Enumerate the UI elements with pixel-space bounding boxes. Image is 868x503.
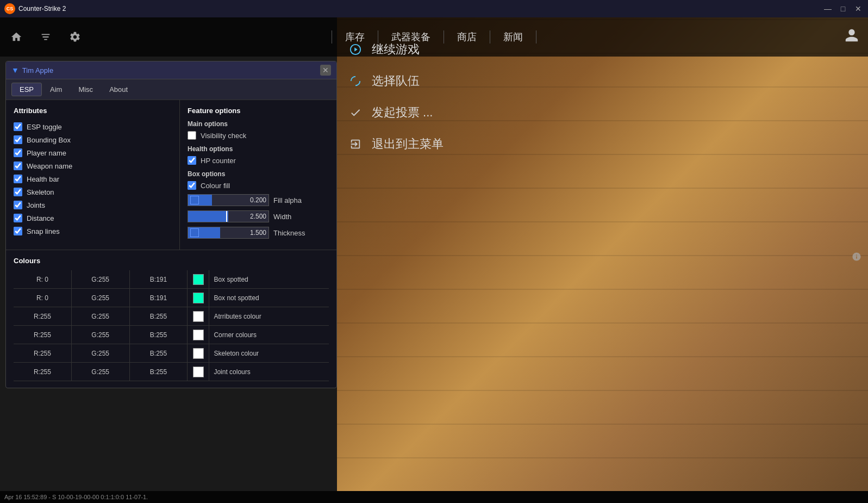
fill-alpha-value: 0.200: [250, 196, 266, 204]
attributes-column: Attributes ESP toggle Bounding Box Playe…: [6, 100, 180, 250]
colour-fill-checkbox[interactable]: [188, 181, 196, 190]
width-value: 2.500: [250, 213, 266, 220]
colour-swatch[interactable]: [193, 348, 204, 359]
panel-title-text: Tim Apple: [22, 66, 53, 74]
player-name-item: Player name: [14, 146, 172, 159]
panel-close-button[interactable]: ✕: [320, 65, 331, 76]
colour-row: R:255 G:255 B:255 Skeleton colour: [14, 344, 329, 363]
thickness-thumb: [190, 228, 199, 237]
thickness-track[interactable]: 1.500: [188, 227, 269, 239]
snap-lines-label: Snap lines: [27, 227, 60, 235]
vote-label: 发起投票 ...: [372, 104, 433, 121]
esp-toggle-item: ESP toggle: [14, 120, 172, 133]
width-track[interactable]: 2.500: [188, 210, 269, 222]
visibility-checkbox[interactable]: [188, 131, 196, 140]
health-bar-checkbox[interactable]: [14, 175, 22, 183]
colour-swatch-cell[interactable]: [188, 326, 209, 344]
colour-r: R:255: [14, 344, 72, 362]
joints-item: Joints: [14, 198, 172, 212]
colour-r: R:255: [14, 307, 72, 325]
colour-b: B:255: [130, 363, 188, 381]
visibility-label: Visibility check: [201, 132, 246, 140]
weapon-name-checkbox[interactable]: [14, 162, 22, 170]
feature-title: Feature options: [188, 107, 329, 115]
menu-exit[interactable]: 退出到主菜单: [337, 128, 500, 160]
player-name-label: Player name: [27, 149, 66, 157]
colour-swatch-cell[interactable]: [188, 289, 209, 307]
tab-esp[interactable]: ESP: [11, 83, 42, 96]
colour-fill-label: Colour fill: [201, 182, 230, 190]
colour-name: Joint colours: [209, 363, 329, 381]
fill-alpha-label: Fill alpha: [273, 196, 306, 204]
bounding-box-checkbox[interactable]: [14, 135, 22, 144]
hp-counter-checkbox[interactable]: [188, 156, 196, 165]
colour-swatch-cell[interactable]: [188, 344, 209, 362]
hack-panel-header: ▼ Tim Apple ✕: [6, 61, 336, 79]
menu-team[interactable]: 选择队伍: [337, 65, 500, 97]
maximize-button[interactable]: □: [838, 3, 848, 14]
colour-g: G:255: [72, 307, 130, 325]
tab-aim[interactable]: Aim: [42, 83, 70, 96]
joints-label: Joints: [27, 201, 45, 209]
snap-lines-item: Snap lines: [14, 225, 172, 238]
colour-swatch[interactable]: [193, 330, 204, 340]
colour-swatch-cell[interactable]: [188, 363, 209, 381]
inventory-icon[interactable]: [36, 27, 55, 47]
colour-name: Skeleton colour: [209, 344, 329, 362]
colour-name: Box not spotted: [209, 289, 329, 307]
colour-b: B:255: [130, 344, 188, 362]
snap-lines-checkbox[interactable]: [14, 227, 22, 235]
profile-icon[interactable]: [844, 28, 859, 46]
colour-swatch[interactable]: [193, 274, 204, 285]
colour-swatch[interactable]: [193, 311, 204, 322]
colour-swatch-cell[interactable]: [188, 270, 209, 288]
colour-name: Box spotted: [209, 270, 329, 288]
thickness-value: 1.500: [250, 229, 266, 237]
title-bar: CS Counter-Strike 2 — □ ✕: [0, 0, 868, 17]
game-top-left-icons: [7, 27, 85, 47]
menu-vote[interactable]: 发起投票 ...: [337, 97, 500, 128]
fill-alpha-track[interactable]: 0.200: [188, 194, 269, 206]
esp-toggle-checkbox[interactable]: [14, 122, 22, 131]
box-options-title: Box options: [188, 170, 329, 178]
bounding-box-label: Bounding Box: [27, 136, 71, 144]
tab-misc[interactable]: Misc: [70, 83, 101, 96]
colour-row: R: 0 G:255 B:191 Box spotted: [14, 270, 329, 289]
colour-r: R:255: [14, 326, 72, 344]
skeleton-label: Skeleton: [27, 188, 54, 196]
continue-label: 继续游戏: [372, 41, 420, 58]
hack-panel: ▼ Tim Apple ✕ ESP Aim Misc About Attribu…: [5, 61, 337, 388]
info-icon[interactable]: [852, 252, 861, 264]
app-title: Counter-Strike 2: [18, 5, 822, 13]
player-name-checkbox[interactable]: [14, 148, 22, 157]
colour-swatch[interactable]: [193, 367, 204, 377]
distance-checkbox[interactable]: [14, 214, 22, 222]
attributes-title: Attributes: [14, 107, 172, 115]
exit-icon: [348, 136, 363, 152]
game-menu: 继续游戏 选择队伍 发起投票 ... 退出到主菜单: [337, 17, 500, 160]
hack-panel-tabs: ESP Aim Misc About: [6, 79, 336, 100]
colour-b: B:255: [130, 326, 188, 344]
close-button[interactable]: ✕: [853, 3, 864, 14]
tab-about[interactable]: About: [101, 83, 136, 96]
home-icon[interactable]: [7, 27, 26, 47]
fill-alpha-thumb: [190, 196, 199, 204]
feature-column: Feature options Main options Visibility …: [180, 100, 336, 250]
colour-swatch[interactable]: [193, 293, 204, 303]
skeleton-checkbox[interactable]: [14, 188, 22, 196]
team-label: 选择队伍: [372, 73, 420, 89]
app-icon: CS: [4, 3, 15, 14]
minimize-button[interactable]: —: [822, 3, 833, 14]
bounding-box-item: Bounding Box: [14, 133, 172, 146]
colour-r: R: 0: [14, 289, 72, 307]
colour-swatch-cell[interactable]: [188, 307, 209, 325]
settings-icon[interactable]: [65, 27, 85, 47]
visibility-check-item: Visibility check: [188, 131, 329, 140]
colour-name: Atrributes colour: [209, 307, 329, 325]
joints-checkbox[interactable]: [14, 201, 22, 209]
colour-r: R: 0: [14, 270, 72, 288]
weapon-name-item: Weapon name: [14, 159, 172, 172]
hack-panel-body: Attributes ESP toggle Bounding Box Playe…: [6, 100, 336, 250]
menu-continue[interactable]: 继续游戏: [337, 34, 500, 65]
skeleton-item: Skeleton: [14, 185, 172, 198]
